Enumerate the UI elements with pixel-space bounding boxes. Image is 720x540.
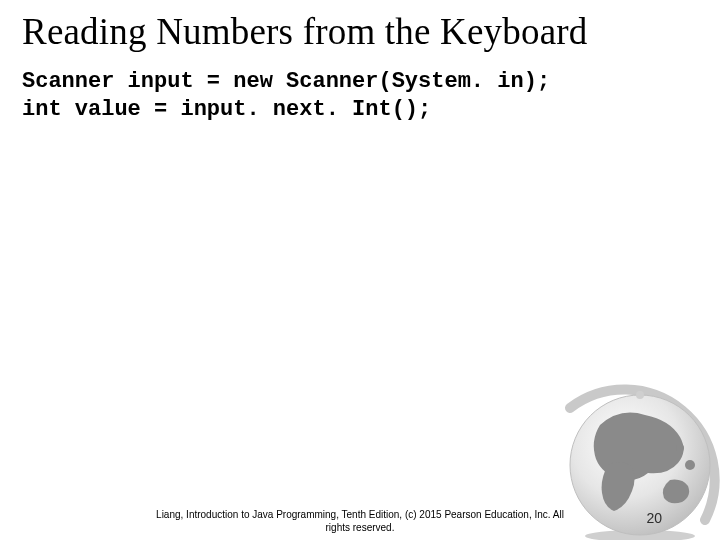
code-line-1: Scanner input = new Scanner(System. in); (22, 69, 550, 94)
copyright-footer: Liang, Introduction to Java Programming,… (0, 509, 720, 534)
svg-point-4 (676, 444, 684, 452)
code-line-2: int value = input. next. Int(); (22, 97, 431, 122)
svg-point-5 (636, 391, 644, 399)
footer-line-2: rights reserved. (326, 522, 395, 533)
slide: Reading Numbers from the Keyboard Scanne… (0, 0, 720, 540)
slide-title: Reading Numbers from the Keyboard (22, 10, 698, 53)
code-block: Scanner input = new Scanner(System. in);… (22, 68, 698, 124)
svg-point-3 (685, 460, 695, 470)
footer-line-1: Liang, Introduction to Java Programming,… (156, 509, 564, 520)
page-number: 20 (646, 510, 662, 526)
